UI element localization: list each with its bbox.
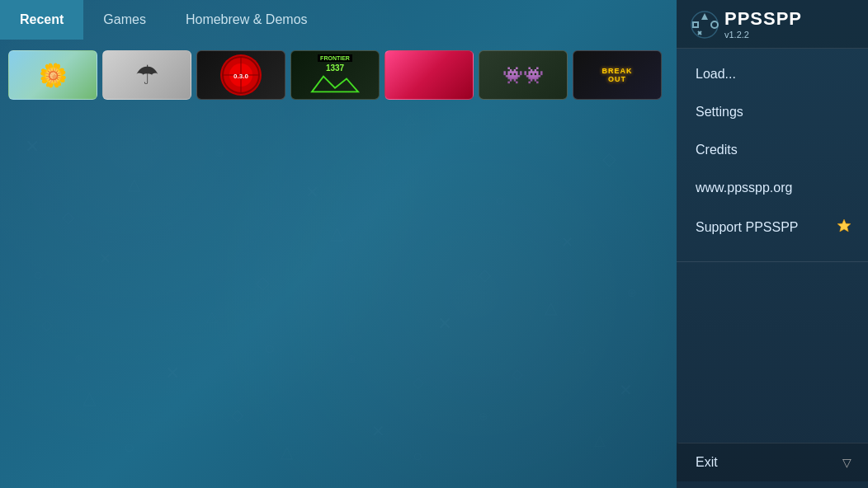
settings-label: Settings	[696, 105, 743, 120]
svg-text:✕: ✕	[99, 251, 111, 267]
sidebar-header: PPSSPP v1.2.2	[677, 0, 868, 49]
menu-item-credits[interactable]: Credits	[677, 131, 868, 169]
svg-text:△: △	[545, 298, 558, 317]
support-star-icon	[837, 218, 851, 237]
tab-homebrew[interactable]: Homebrew & Demos	[166, 0, 328, 40]
svg-marker-46	[312, 77, 358, 92]
menu-item-website[interactable]: www.ppsspp.org	[677, 169, 868, 207]
svg-text:○: ○	[495, 191, 505, 209]
svg-text:○: ○	[363, 267, 372, 284]
menu-item-exit[interactable]: Exit ▽	[677, 443, 868, 481]
breakout-content: BREAK OUT	[601, 67, 632, 83]
logo-version: v1.2.2	[724, 30, 802, 40]
svg-text:✕: ✕	[25, 136, 40, 157]
game-thumb-umbrella[interactable]	[102, 50, 191, 100]
breakout-label2: OUT	[608, 75, 626, 83]
svg-text:△: △	[128, 175, 141, 193]
logo-title: PPSSPP	[724, 10, 802, 28]
svg-text:◇: ◇	[602, 148, 616, 169]
svg-text:△: △	[206, 308, 218, 325]
svg-rect-52	[693, 22, 698, 27]
svg-text:○: ○	[124, 437, 134, 458]
svg-text:○: ○	[264, 338, 275, 359]
top-navigation: Recent Games Homebrew & Demos	[0, 0, 677, 40]
svg-text:◇: ◇	[512, 366, 523, 382]
svg-text:⊕: ⊕	[74, 352, 84, 365]
svg-text:✕: ✕	[305, 183, 319, 201]
svg-text:○: ○	[528, 102, 537, 119]
svg-text:✕: ✕	[371, 422, 385, 440]
svg-point-49	[711, 21, 718, 28]
logo-icon	[690, 10, 719, 40]
svg-text:◇: ◇	[149, 127, 160, 143]
exit-label: Exit	[696, 455, 718, 470]
svg-text:○: ○	[413, 447, 422, 465]
support-label: Support PPSSPP	[696, 220, 799, 235]
game-thumb-flower[interactable]	[8, 50, 97, 100]
tab-games[interactable]: Games	[83, 0, 166, 40]
game-thumb-breakout[interactable]: BREAK OUT	[573, 50, 662, 100]
svg-text:✕: ✕	[165, 363, 180, 383]
svg-text:△: △	[281, 443, 294, 461]
menu-item-load[interactable]: Load...	[677, 55, 868, 93]
load-label: Load...	[696, 67, 736, 82]
menu-divider	[677, 261, 868, 262]
website-label: www.ppsspp.org	[696, 181, 792, 195]
svg-text:○: ○	[33, 265, 43, 284]
svg-text:△: △	[404, 110, 416, 127]
game-thumb-frontier[interactable]: FRONTIER 1337	[290, 50, 380, 100]
svg-marker-53	[837, 219, 851, 232]
svg-text:⊕: ⊕	[627, 286, 637, 299]
logo-text: PPSSPP v1.2.2	[724, 10, 802, 40]
frontier-number: 1337	[326, 63, 344, 73]
svg-text:✕: ✕	[561, 234, 573, 251]
svg-text:◇: ◇	[62, 208, 75, 226]
svg-text:◇: ◇	[380, 152, 391, 168]
game-thumb-pixel[interactable]	[479, 50, 568, 100]
svg-text:◇: ◇	[41, 317, 53, 333]
svg-text:○: ○	[578, 341, 587, 358]
frontier-label: FRONTIER	[318, 54, 352, 62]
sidebar-menu: Load... Settings Credits www.ppsspp.org …	[677, 49, 868, 488]
svg-text:✕: ✕	[437, 313, 452, 334]
svg-marker-48	[701, 13, 708, 20]
credits-label: Credits	[696, 143, 738, 157]
svg-text:◇: ◇	[413, 374, 424, 391]
svg-text:✕: ✕	[619, 381, 633, 399]
menu-item-settings[interactable]: Settings	[677, 93, 868, 131]
sidebar: PPSSPP v1.2.2 Load... Settings Credits w…	[677, 0, 868, 488]
ppsspp-logo: PPSSPP v1.2.2	[690, 10, 802, 40]
tab-recent[interactable]: Recent	[0, 0, 83, 40]
svg-text:0.3.0: 0.3.0	[234, 73, 248, 80]
ppsspp-logo-mini: 0.3.0	[220, 54, 262, 96]
svg-text:○: ○	[165, 218, 174, 234]
game-thumb-red[interactable]	[384, 50, 474, 100]
svg-text:⊕: ⊕	[479, 410, 488, 423]
svg-text:△: △	[330, 223, 344, 243]
svg-text:◇: ◇	[479, 265, 492, 284]
games-row: 0.3.0 FRONTIER 1337 BREAK OUT	[0, 45, 677, 105]
svg-text:◇: ◇	[256, 272, 270, 293]
svg-text:⊕: ⊕	[347, 352, 356, 365]
game-thumb-ppsspp[interactable]: 0.3.0	[196, 50, 285, 100]
svg-text:◇: ◇	[231, 406, 244, 424]
svg-text:△: △	[594, 432, 606, 448]
svg-text:△: △	[83, 387, 97, 408]
breakout-label: BREAK	[601, 67, 632, 75]
svg-text:△: △	[470, 127, 482, 143]
menu-item-support[interactable]: Support PPSSPP	[677, 207, 868, 248]
exit-arrow-icon: ▽	[842, 456, 851, 469]
svg-text:⊕: ⊕	[215, 146, 224, 159]
